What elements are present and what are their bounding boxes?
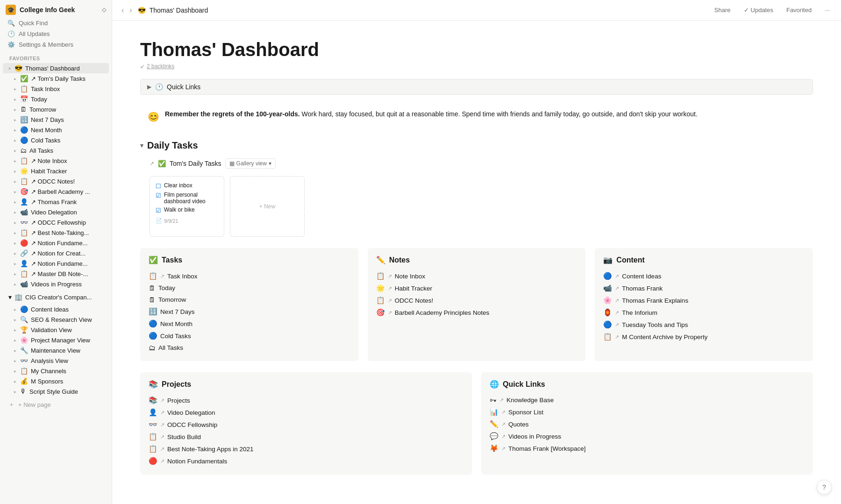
sidebar-item-task-inbox[interactable]: ▸ 📋 Task Inbox <box>3 84 109 94</box>
sidebar-item-my-channels[interactable]: ▸ 📋 My Channels <box>3 366 109 376</box>
sidebar-item-content-ideas[interactable]: ▸ 🔵 Content Ideas <box>3 304 109 314</box>
sidebar-item-notion-fund2[interactable]: ▸ 👤 ↗ Notion Fundame... <box>3 258 109 269</box>
workspace-chevron: ◇ <box>102 7 106 13</box>
link-odcc-notes[interactable]: 📋↗ODCC Notes! <box>376 294 577 306</box>
sidebar-item-tomorrow[interactable]: ▸ 🗓 Tomorrow <box>3 104 109 114</box>
gallery-card: ☐ Clear inbox ☑ Film personal dashboard … <box>150 176 224 237</box>
link-notion-fundamentals[interactable]: 🔴↗Notion Fundamentals <box>149 455 463 467</box>
projects-link-icon: 📚 <box>149 396 157 405</box>
topbar-title: 😎 Thomas' Dashboard <box>138 7 208 14</box>
sidebar-item-cold-tasks[interactable]: ▸ 🔵 Cold Tasks <box>3 135 109 145</box>
callout-text: Remember the regrets of the 100-year-old… <box>165 109 698 119</box>
thomasfrank-icon: 📹 <box>603 284 612 292</box>
sidebar-item-m-sponsors[interactable]: ▸ 💰 M Sponsors <box>3 376 109 386</box>
link-today[interactable]: 🗓Today <box>149 282 350 294</box>
settings-action[interactable]: ⚙️ Settings & Members <box>4 39 108 50</box>
sidebar-item-seo-research[interactable]: ▸ 🔍 SEO & Research View <box>3 314 109 325</box>
sidebar-item-nextmonth[interactable]: ▸ 🔵 Next Month <box>3 125 109 135</box>
contentideas-icon: 🔵 <box>603 272 612 280</box>
sidebar-item-toms-daily[interactable]: ▸ ✅ ↗ Tom's Daily Tasks <box>3 73 109 84</box>
link-tf-explains[interactable]: 🌸↗Thomas Frank Explains <box>603 294 805 306</box>
quick-links-clock-icon: 🕐 <box>155 83 163 91</box>
toggle-header[interactable]: ▶ 🕐 Quick Links <box>141 79 812 94</box>
noteinbox-icon: 📋 <box>376 272 385 280</box>
link-note-inbox[interactable]: 📋↗Note Inbox <box>376 270 577 282</box>
link-all-tasks[interactable]: 🗂All Tasks <box>149 342 350 354</box>
link-videos-in-progress[interactable]: 💬↗Videos in Progress <box>490 430 805 442</box>
link-m-content-archive[interactable]: 📋↗M Content Archive by Property <box>603 331 805 343</box>
link-projects[interactable]: 📚↗Projects <box>149 394 463 406</box>
backlinks-count[interactable]: 2 backlinks <box>147 63 174 70</box>
sidebar-item-project-manager[interactable]: ▸ 🌸 Project Manager View <box>3 335 109 345</box>
odcc-icon: 📋 <box>376 296 385 305</box>
gallery-new-card[interactable]: + New <box>230 176 305 237</box>
sidebar-item-video-delegation[interactable]: ▸ 📹 Video Delegation <box>3 207 109 217</box>
updates-button[interactable]: ✓ Updates <box>740 5 777 15</box>
favorited-button[interactable]: Favorited <box>783 5 815 15</box>
backlinks[interactable]: ↙ 2 backlinks <box>140 63 813 70</box>
link-inforium[interactable]: 🏮↗The Inforium <box>603 306 805 319</box>
link-video-delegation[interactable]: 👤↗Video Delegation <box>149 406 463 419</box>
new-page-button[interactable]: ＋ + New page <box>3 398 109 411</box>
link-content-ideas[interactable]: 🔵↗Content Ideas <box>603 270 805 282</box>
sidebar-item-odcc-notes[interactable]: ▸ 📋 ↗ ODCC Notes! <box>3 176 109 186</box>
sidebar-item-note-inbox[interactable]: ▸ 📋 ↗ Note Inbox <box>3 156 109 166</box>
bestnoteapps-icon: 📋 <box>149 445 157 453</box>
link-task-inbox[interactable]: 📋↗Task Inbox <box>149 270 350 282</box>
sidebar-item-script-style[interactable]: ▸ 🎙 Script Style Guide <box>3 386 109 397</box>
back-button[interactable]: ‹ <box>120 5 126 15</box>
sponsorlist-icon: 📊 <box>490 408 499 416</box>
share-button[interactable]: Share <box>711 5 734 15</box>
link-tuesday-tools[interactable]: 🔵↗Tuesday Tools and Tips <box>603 319 805 331</box>
sidebar-item-maintenance[interactable]: ▸ 🔧 Maintenance View <box>3 345 109 355</box>
more-button[interactable]: ··· <box>821 5 834 15</box>
sidebar-item-notion-fund1[interactable]: ▸ 🔴 ↗ Notion Fundame... <box>3 238 109 248</box>
sidebar-item-today[interactable]: ▸ 📅 Today <box>3 94 109 104</box>
link-quotes[interactable]: ✏️↗Quotes <box>490 418 805 430</box>
link-sponsor-list[interactable]: 📊↗Sponsor List <box>490 406 805 418</box>
sidebar-item-habit-tracker[interactable]: ▸ 🌟 Habit Tracker <box>3 166 109 176</box>
sidebar-dashboard-label: Thomas' Dashboard <box>25 65 105 72</box>
sidebar-item-thomas-frank[interactable]: ▸ 👤 ↗ Thomas Frank <box>3 197 109 207</box>
coldtasks-icon: 🔵 <box>149 332 157 340</box>
link-next7days[interactable]: 🔢Next 7 Days <box>149 305 350 318</box>
task-checkbox-1[interactable]: ☐ <box>156 183 161 190</box>
quick-find-action[interactable]: 🔍 Quick Find <box>4 18 108 28</box>
link-tomorrow[interactable]: 🗓Tomorrow <box>149 294 350 305</box>
sidebar-item-best-note[interactable]: ▸ 📋 ↗ Best Note-Taking... <box>3 227 109 238</box>
link-next-month[interactable]: 🔵Next Month <box>149 318 350 330</box>
content-icon: 📷 <box>603 256 613 264</box>
sidebar-item-validation[interactable]: ▸ 🏆 Validation View <box>3 325 109 335</box>
callout-icon: 😊 <box>148 109 159 124</box>
link-knowledge-base[interactable]: 🗝↗Knowledge Base <box>490 394 805 406</box>
sidebar-item-master-db[interactable]: ▸ 📋 ↗ Master DB Note-... <box>3 269 109 279</box>
sidebar-item-barbell[interactable]: ▸ 🎯 ↗ Barbell Academy ... <box>3 186 109 197</box>
link-barbell[interactable]: 🎯↗Barbell Academy Principles Notes <box>376 306 577 319</box>
sidebar-item-notion-creat[interactable]: ▸ 🔗 ↗ Notion for Creat... <box>3 248 109 258</box>
projects-section-title: 📚 Projects <box>149 380 463 389</box>
task-checkbox-2[interactable]: ☑ <box>156 192 161 199</box>
sidebar-item-analysis[interactable]: ▸ 👓 Analysis View <box>3 355 109 366</box>
link-best-note-apps[interactable]: 📋↗Best Note-Taking Apps in 2021 <box>149 443 463 455</box>
cig-workspace-item[interactable]: ▾ 🏢 CIG Creator's Compan... <box>6 292 112 302</box>
forward-button[interactable]: › <box>128 5 134 15</box>
help-button[interactable]: ? <box>817 480 832 495</box>
link-studio-build[interactable]: 📋↗Studio Build <box>149 431 463 443</box>
all-updates-action[interactable]: 🕐 All Updates <box>4 28 108 39</box>
link-cold-tasks[interactable]: 🔵Cold Tasks <box>149 330 350 342</box>
tasks-section-title: ✅ Tasks <box>149 256 350 264</box>
task-checkbox-3[interactable]: ☑ <box>156 207 161 214</box>
gallery-view-button[interactable]: ▦ Gallery view ▾ <box>225 158 276 169</box>
link-odcc-fellowship[interactable]: 👓↗ODCC Fellowship <box>149 419 463 431</box>
link-habit-tracker[interactable]: 🌟↗Habit Tracker <box>376 282 577 294</box>
expand-icon: ▸ <box>14 76 16 81</box>
sidebar-item-next7[interactable]: ▸ 🔢 Next 7 Days <box>3 114 109 125</box>
workspace-header[interactable]: 🎓 College Info Geek ◇ <box>0 0 112 17</box>
sidebar-item-videos-progress[interactable]: ▸ 📹 Videos in Progress <box>3 279 109 289</box>
sidebar-item-all-tasks[interactable]: ▸ 🗂 All Tasks <box>3 145 109 156</box>
link-thomas-frank[interactable]: 📹↗Thomas Frank <box>603 282 805 294</box>
sidebar-item-odcc-fellowship[interactable]: ▸ 👓 ↗ ODCC Fellowship <box>3 217 109 227</box>
link-thomas-frank-workspace[interactable]: 🦊↗Thomas Frank [Workspace] <box>490 442 805 454</box>
sidebar-item-dashboard[interactable]: ▾ 😎 Thomas' Dashboard <box>3 63 109 73</box>
expand-icon: ▾ <box>8 66 11 71</box>
